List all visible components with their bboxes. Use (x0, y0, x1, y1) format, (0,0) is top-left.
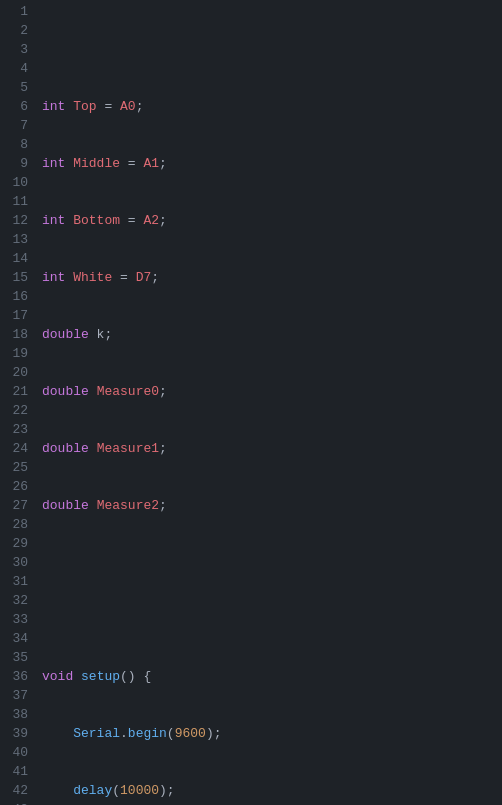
ln-24: 24 (8, 439, 28, 458)
ln-27: 27 (8, 496, 28, 515)
ln-33: 33 (8, 610, 28, 629)
ln-1: 1 (8, 2, 28, 21)
ln-40: 40 (8, 743, 28, 762)
ln-35: 35 (8, 648, 28, 667)
code-line-11 (42, 610, 502, 629)
ln-42: 42 (8, 781, 28, 800)
code-line-5: int White = D7; (42, 268, 502, 287)
code-line-3: int Middle = A1; (42, 154, 502, 173)
ln-11: 11 (8, 192, 28, 211)
ln-14: 14 (8, 249, 28, 268)
ln-16: 16 (8, 287, 28, 306)
ln-34: 34 (8, 629, 28, 648)
line-numbers: 1 2 3 4 5 6 7 8 9 10 11 12 13 14 15 16 1… (0, 0, 36, 805)
ln-10: 10 (8, 173, 28, 192)
ln-7: 7 (8, 116, 28, 135)
code-editor: 1 2 3 4 5 6 7 8 9 10 11 12 13 14 15 16 1… (0, 0, 502, 805)
ln-29: 29 (8, 534, 28, 553)
ln-28: 28 (8, 515, 28, 534)
code-line-13: Serial.begin(9600); (42, 724, 502, 743)
ln-12: 12 (8, 211, 28, 230)
ln-4: 4 (8, 59, 28, 78)
ln-20: 20 (8, 363, 28, 382)
ln-5: 5 (8, 78, 28, 97)
ln-37: 37 (8, 686, 28, 705)
ln-3: 3 (8, 40, 28, 59)
ln-25: 25 (8, 458, 28, 477)
code-line-14: delay(10000); (42, 781, 502, 800)
ln-23: 23 (8, 420, 28, 439)
code-line-10 (42, 553, 502, 572)
ln-9: 9 (8, 154, 28, 173)
code-text[interactable]: int Top = A0; int Middle = A1; int Botto… (36, 0, 502, 805)
ln-26: 26 (8, 477, 28, 496)
code-line-1 (42, 40, 502, 59)
ln-41: 41 (8, 762, 28, 781)
ln-6: 6 (8, 97, 28, 116)
ln-13: 13 (8, 230, 28, 249)
code-line-8: double Measure1; (42, 439, 502, 458)
ln-17: 17 (8, 306, 28, 325)
ln-36: 36 (8, 667, 28, 686)
ln-31: 31 (8, 572, 28, 591)
code-line-4: int Bottom = A2; (42, 211, 502, 230)
ln-38: 38 (8, 705, 28, 724)
code-line-7: double Measure0; (42, 382, 502, 401)
ln-15: 15 (8, 268, 28, 287)
ln-18: 18 (8, 325, 28, 344)
ln-19: 19 (8, 344, 28, 363)
ln-8: 8 (8, 135, 28, 154)
code-line-2: int Top = A0; (42, 97, 502, 116)
code-line-12: void setup() { (42, 667, 502, 686)
code-line-9: double Measure2; (42, 496, 502, 515)
code-line-6: double k; (42, 325, 502, 344)
ln-30: 30 (8, 553, 28, 572)
ln-39: 39 (8, 724, 28, 743)
ln-43: 43 (8, 800, 28, 805)
ln-2: 2 (8, 21, 28, 40)
ln-32: 32 (8, 591, 28, 610)
ln-21: 21 (8, 382, 28, 401)
ln-22: 22 (8, 401, 28, 420)
